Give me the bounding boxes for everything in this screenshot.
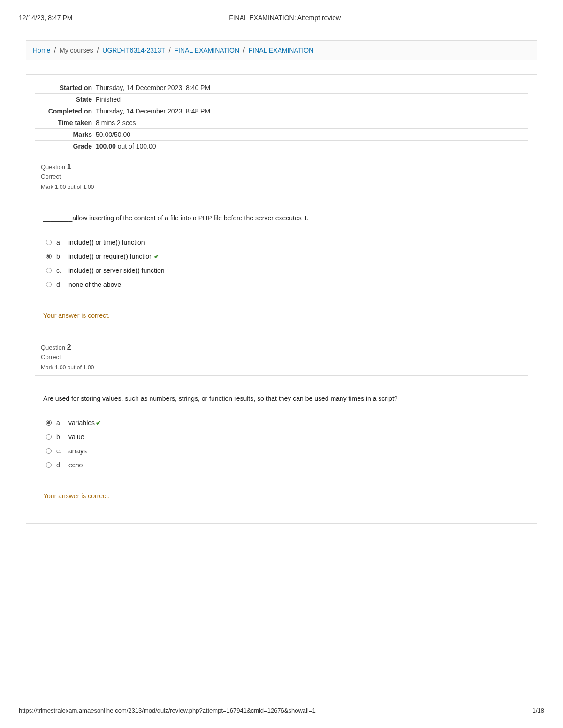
summary-value: Finished [96,94,528,105]
radio-icon[interactable] [46,240,52,245]
option: c. include() or server side() function [46,267,520,274]
summary-value: 50.00/50.00 [96,129,528,141]
option-letter: d. [56,281,64,288]
option-letter: a. [56,239,64,246]
option-text: include() or require() function [68,253,153,260]
breadcrumb-sep: / [97,46,99,54]
question-content: Are used for storing values, such as num… [35,376,528,504]
question-label: Question [41,344,67,351]
summary-label: Completed on [35,105,96,117]
breadcrumb-sep: / [243,46,245,54]
option: a. variables✔ [46,419,520,427]
option-letter: d. [56,461,64,469]
option-letter: b. [56,253,64,260]
option-letter: b. [56,433,64,441]
check-icon: ✔ [154,253,160,260]
option-text: none of the above [68,281,121,288]
option: b. value [46,433,520,441]
option-text: include() or server side() function [68,267,165,274]
print-timestamp: 12/14/23, 8:47 PM [19,14,72,22]
summary-table: Started on Thursday, 14 December 2023, 8… [35,82,528,152]
radio-icon[interactable] [46,420,52,426]
option-text: arrays [68,447,87,455]
question-label: Question [41,164,67,171]
radio-icon[interactable] [46,254,52,259]
question-header: Question 2 Correct Mark 1.00 out of 1.00 [35,338,528,376]
question-state: Correct [41,173,522,180]
option-letter: a. [56,419,64,427]
breadcrumb-section[interactable]: FINAL EXAMINATION [175,46,239,54]
summary-label: State [35,94,96,105]
main-panel: Started on Thursday, 14 December 2023, 8… [26,74,537,524]
question-content: ________allow inserting of the content o… [35,195,528,324]
breadcrumb-activity[interactable]: FINAL EXAMINATION [249,46,313,54]
radio-icon[interactable] [46,282,52,287]
grade-value: 100.00 [96,143,116,150]
feedback-text: Your answer is correct. [43,312,520,319]
question-number: 1 [67,163,71,171]
question-mark: Mark 1.00 out of 1.00 [41,184,522,190]
option: c. arrays [46,447,520,455]
print-title: FINAL EXAMINATION: Attempt review [229,14,341,22]
summary-row: Grade 100.00 out of 100.00 [35,141,528,152]
summary-value: 100.00 out of 100.00 [96,141,528,152]
footer-url: https://trimestralexam.amaesonline.com/2… [19,707,316,714]
summary-row: Completed on Thursday, 14 December 2023,… [35,105,528,117]
summary-value: Thursday, 14 December 2023, 8:40 PM [96,82,528,94]
footer-page: 1/18 [533,707,544,714]
question-header: Question 1 Correct Mark 1.00 out of 1.00 [35,158,528,195]
summary-label: Time taken [35,117,96,129]
option: a. include() or time() function [46,239,520,246]
breadcrumb-sep: / [169,46,171,54]
option: b. include() or require() function✔ [46,253,520,260]
radio-icon[interactable] [46,448,52,454]
summary-row: Time taken 8 mins 2 secs [35,117,528,129]
check-icon: ✔ [96,419,101,427]
radio-icon[interactable] [46,462,52,468]
summary-row: State Finished [35,94,528,105]
question-state: Correct [41,353,522,360]
option-text: echo [68,461,83,469]
grade-suffix: out of 100.00 [116,143,156,150]
question-text: ________allow inserting of the content o… [43,214,520,222]
breadcrumb: Home / My courses / UGRD-IT6314-2313T / … [26,40,537,60]
option-text: include() or time() function [68,239,145,246]
breadcrumb-course[interactable]: UGRD-IT6314-2313T [102,46,165,54]
summary-row: Started on Thursday, 14 December 2023, 8… [35,82,528,94]
options-list: a. variables✔ b. value c. arrays d. echo [46,419,520,469]
option: d. none of the above [46,281,520,288]
radio-icon[interactable] [46,434,52,440]
summary-label: Grade [35,141,96,152]
question-text: Are used for storing values, such as num… [43,395,520,402]
breadcrumb-mycourses: My courses [60,46,93,54]
option-text: value [68,433,84,441]
summary-value: Thursday, 14 December 2023, 8:48 PM [96,105,528,117]
options-list: a. include() or time() function b. inclu… [46,239,520,288]
feedback-text: Your answer is correct. [43,492,520,500]
option-text: variables [68,419,95,427]
question-mark: Mark 1.00 out of 1.00 [41,364,522,371]
radio-icon[interactable] [46,268,52,273]
breadcrumb-sep: / [54,46,56,54]
summary-label: Started on [35,82,96,94]
summary-value: 8 mins 2 secs [96,117,528,129]
question-number: 2 [67,343,71,351]
breadcrumb-home[interactable]: Home [33,46,50,54]
option-letter: c. [56,447,64,455]
summary-row: Marks 50.00/50.00 [35,129,528,141]
option: d. echo [46,461,520,469]
summary-label: Marks [35,129,96,141]
option-letter: c. [56,267,64,274]
